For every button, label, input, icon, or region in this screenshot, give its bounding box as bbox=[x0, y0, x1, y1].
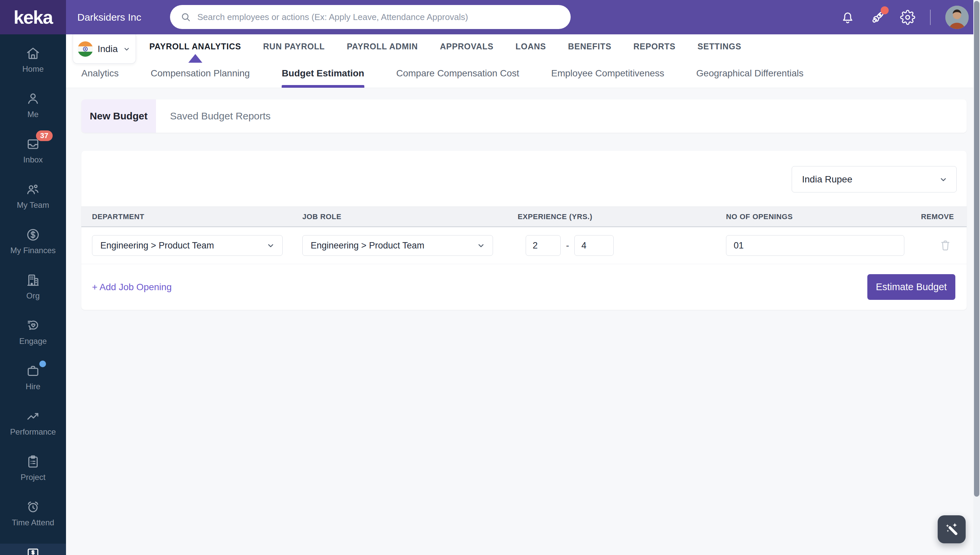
sidebar: keka Home Me 37 bbox=[0, 0, 66, 555]
budget-form-card: India Rupee DEPARTMENT JOB ROLE EXPERIEN… bbox=[82, 151, 967, 310]
job-role-select[interactable]: Engineering > Product Team bbox=[302, 235, 493, 256]
hire-notification-dot bbox=[39, 361, 46, 367]
sidebar-item-label: Project bbox=[21, 473, 46, 482]
tab-saved-budget-reports[interactable]: Saved Budget Reports bbox=[156, 99, 285, 133]
currency-value: India Rupee bbox=[802, 174, 852, 185]
sidebar-item-label: Engage bbox=[19, 337, 47, 346]
sidebar-item-time-attend[interactable]: Time Attend bbox=[0, 491, 66, 536]
project-icon bbox=[26, 454, 41, 469]
form-footer: + Add Job Opening Estimate Budget bbox=[82, 264, 967, 310]
experience-range: - bbox=[526, 235, 726, 256]
subnav-compare-compensation-cost[interactable]: Compare Compensation Cost bbox=[396, 59, 520, 88]
search-icon bbox=[180, 11, 191, 23]
sidebar-item-my-finances[interactable]: My Finances bbox=[0, 218, 66, 264]
chevron-down-icon bbox=[476, 241, 486, 250]
col-remove: REMOVE bbox=[921, 212, 954, 221]
country-selector[interactable]: India bbox=[73, 34, 136, 64]
topbar-actions bbox=[840, 0, 969, 34]
sidebar-item-project[interactable]: Project bbox=[0, 445, 66, 491]
experience-min-input[interactable] bbox=[526, 235, 561, 256]
ai-assistant-fab[interactable] bbox=[938, 515, 966, 543]
scrollbar-thumb[interactable] bbox=[974, 1, 979, 497]
sidebar-item-home[interactable]: Home bbox=[0, 37, 66, 82]
sidebar-item-inbox[interactable]: 37 Inbox bbox=[0, 128, 66, 173]
sidebar-item-hire[interactable]: Hire bbox=[0, 354, 66, 400]
topbar-divider bbox=[930, 10, 930, 25]
sidebar-nav: Home Me 37 Inbox My Team bbox=[0, 34, 66, 536]
nav-benefits[interactable]: BENEFITS bbox=[568, 42, 611, 51]
notifications-bell-icon[interactable] bbox=[840, 10, 855, 25]
topbar: Darksiders Inc bbox=[66, 0, 973, 34]
logo-block[interactable]: keka bbox=[0, 0, 66, 34]
estimate-budget-button[interactable]: Estimate Budget bbox=[867, 274, 955, 300]
scrollbar-track bbox=[973, 0, 980, 555]
sidebar-item-my-team[interactable]: My Team bbox=[0, 173, 66, 218]
user-icon bbox=[26, 91, 41, 106]
col-department: DEPARTMENT bbox=[92, 212, 302, 221]
app-root: keka Home Me 37 bbox=[0, 0, 973, 555]
whats-new-rocket-icon[interactable] bbox=[870, 10, 885, 25]
main-column: Darksiders Inc bbox=[66, 0, 973, 555]
sidebar-item-engage[interactable]: Engage bbox=[0, 309, 66, 354]
primary-nav: India PAYROLL ANALYTICS RUN PAYROLL PAYR… bbox=[66, 34, 973, 59]
sidebar-item-label: Inbox bbox=[23, 155, 43, 164]
payroll-monitor-icon bbox=[26, 546, 41, 555]
inbox-icon: 37 bbox=[26, 136, 41, 152]
nav-payroll-analytics[interactable]: PAYROLL ANALYTICS bbox=[149, 42, 241, 51]
notification-dot bbox=[881, 6, 889, 14]
trash-icon bbox=[938, 239, 952, 252]
remove-row-button[interactable] bbox=[938, 239, 952, 252]
sidebar-item-label: Time Attend bbox=[12, 518, 54, 527]
team-icon bbox=[26, 182, 41, 197]
content-area: New Budget Saved Budget Reports India Ru… bbox=[66, 88, 973, 555]
time-attend-icon bbox=[26, 499, 41, 515]
sidebar-item-label: Org bbox=[26, 291, 40, 300]
finances-icon bbox=[26, 227, 41, 242]
keka-logo: keka bbox=[14, 8, 53, 27]
subnav-compensation-planning[interactable]: Compensation Planning bbox=[151, 59, 250, 88]
inbox-count-badge: 37 bbox=[36, 130, 53, 141]
chevron-down-icon bbox=[266, 241, 276, 250]
table-row: Engineering > Product Team Engineering >… bbox=[82, 227, 967, 264]
performance-icon bbox=[26, 409, 41, 424]
nav-loans[interactable]: LOANS bbox=[516, 42, 546, 51]
sidebar-item-org[interactable]: Org bbox=[0, 264, 66, 309]
col-job-role: JOB ROLE bbox=[302, 212, 518, 221]
chevron-down-icon bbox=[938, 175, 948, 184]
nav-reports[interactable]: REPORTS bbox=[633, 42, 675, 51]
subnav-budget-estimation[interactable]: Budget Estimation bbox=[282, 59, 364, 88]
nav-approvals[interactable]: APPROVALS bbox=[440, 42, 494, 51]
subnav-geographical-differentials[interactable]: Geographical Differentials bbox=[696, 59, 804, 88]
currency-row: India Rupee bbox=[82, 151, 967, 207]
settings-gear-icon[interactable] bbox=[900, 10, 915, 25]
sidebar-item-me[interactable]: Me bbox=[0, 82, 66, 128]
search-input[interactable] bbox=[197, 12, 561, 22]
col-experience: EXPERIENCE (YRS.) bbox=[518, 212, 726, 221]
home-icon bbox=[26, 46, 41, 61]
department-value: Engineering > Product Team bbox=[100, 241, 214, 251]
experience-max-input[interactable] bbox=[574, 235, 614, 256]
global-search[interactable] bbox=[170, 5, 571, 29]
subnav-label: Budget Estimation bbox=[282, 68, 364, 79]
add-job-opening-link[interactable]: + Add Job Opening bbox=[92, 282, 172, 292]
nav-settings[interactable]: SETTINGS bbox=[698, 42, 741, 51]
company-name: Darksiders Inc bbox=[77, 12, 141, 23]
engage-icon bbox=[26, 318, 41, 333]
openings-input[interactable] bbox=[726, 235, 904, 256]
nav-payroll-admin[interactable]: PAYROLL ADMIN bbox=[347, 42, 418, 51]
subnav-employee-competitiveness[interactable]: Employee Competitiveness bbox=[552, 59, 664, 88]
chevron-down-icon bbox=[122, 45, 131, 53]
sidebar-item-label: Home bbox=[22, 64, 44, 74]
sidebar-item-payroll-partial[interactable] bbox=[0, 544, 66, 555]
currency-select[interactable]: India Rupee bbox=[792, 166, 957, 192]
sidebar-item-label: Performance bbox=[10, 427, 56, 436]
table-header: DEPARTMENT JOB ROLE EXPERIENCE (YRS.) NO… bbox=[82, 207, 967, 227]
india-flag-icon bbox=[78, 41, 93, 57]
col-openings: NO OF OPENINGS bbox=[726, 212, 921, 221]
user-avatar[interactable] bbox=[945, 6, 969, 29]
nav-run-payroll[interactable]: RUN PAYROLL bbox=[263, 42, 325, 51]
active-nav-caret bbox=[188, 54, 202, 63]
department-select[interactable]: Engineering > Product Team bbox=[92, 235, 283, 256]
tab-new-budget[interactable]: New Budget bbox=[82, 99, 156, 133]
sidebar-item-performance[interactable]: Performance bbox=[0, 400, 66, 445]
